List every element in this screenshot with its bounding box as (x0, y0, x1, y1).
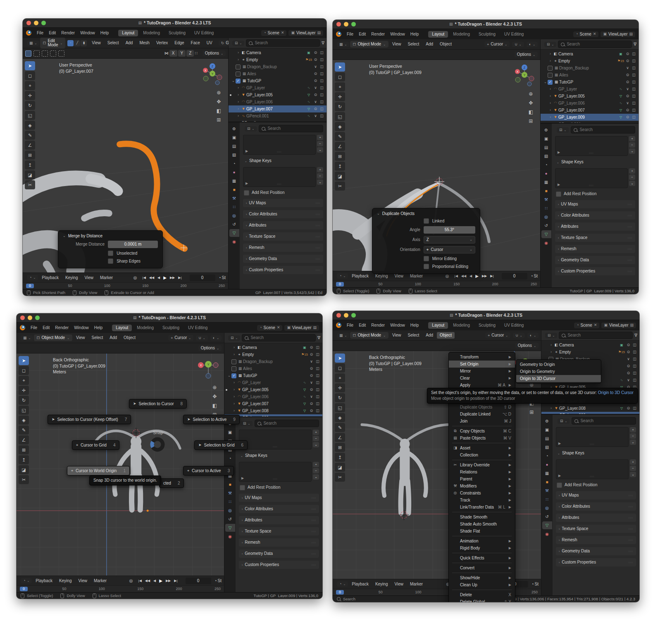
viewlayer-selector[interactable]: ▣ViewLayer▤ (288, 30, 323, 36)
jump-start-button[interactable]: |◀ (137, 578, 143, 583)
tool-button-6[interactable]: ◈ (19, 416, 29, 425)
visibility-closed-icon[interactable]: ∨ (312, 100, 319, 104)
add-rest-checkbox[interactable] (244, 190, 249, 196)
outliner-row[interactable]: ›⌖Empty⚑15⊙◫ (224, 351, 322, 358)
editor-type-button[interactable]: ▦⌄ (21, 335, 33, 341)
step-back-button[interactable]: ◀ (156, 275, 161, 280)
render-visibility-icon[interactable]: ◫ (631, 357, 638, 361)
outliner-search-input[interactable]: Search (558, 41, 632, 48)
render-visibility-icon[interactable]: ◫ (315, 416, 321, 416)
submenu-item[interactable]: Origin to 3D Cursor (516, 375, 601, 382)
menu-button[interactable]: ⌄ (629, 148, 635, 154)
render-visibility-icon[interactable]: ◫ (319, 86, 325, 90)
menu-item[interactable]: Quick Effects▶ (449, 554, 515, 561)
menu-button[interactable]: ⌄ (317, 179, 323, 185)
vertex-groups-list-box[interactable]: ▶∷∷ (243, 135, 316, 155)
properties-tab-object[interactable]: ■ (225, 480, 235, 488)
play-button[interactable]: ▶ (162, 275, 168, 281)
menu-edge[interactable]: Edge (172, 40, 187, 46)
outliner-row[interactable]: ›▼GP_Layer.005▽⊙◫ (541, 93, 639, 100)
shape-keys-header[interactable]: ⌄Shape Keys (556, 449, 636, 457)
select-tool-option-3[interactable] (50, 50, 56, 57)
render-visibility-icon[interactable]: ◫ (315, 402, 321, 406)
tool-button-0[interactable]: ➤ (335, 354, 345, 363)
menu-item[interactable]: Mirror▶ (449, 368, 515, 375)
add-button[interactable]: + (629, 168, 635, 174)
tool-button-9[interactable]: ⊞ (19, 445, 29, 454)
panel-attributes[interactable]: ›Attributes∷∷ (239, 516, 319, 524)
pie-item[interactable]: ➤Selection to Grid6 (194, 440, 248, 450)
render-visibility-icon[interactable]: ◫ (315, 353, 321, 356)
properties-tab-material[interactable]: ◉ (542, 530, 552, 538)
visibility-eye-icon[interactable]: ⊙ (308, 367, 315, 370)
tool-button-10[interactable]: ↥ (25, 160, 35, 170)
outliner-display-mode-button[interactable]: ⊟⌄ (545, 333, 557, 338)
tool-button-12[interactable]: ✂ (25, 180, 35, 189)
submenu-item[interactable]: Origin to Geometry (516, 368, 601, 375)
checkbox[interactable] (424, 256, 429, 261)
options-button[interactable]: Options⌄ (203, 50, 226, 56)
viewport-grid-toggle-icon[interactable]: ⊞ (529, 119, 533, 124)
tool-button-3[interactable]: ✛ (335, 383, 345, 392)
tool-button-1[interactable]: ◻ (19, 366, 29, 375)
panel-uv-maps[interactable]: ›UV Maps∷∷ (556, 491, 636, 499)
visibility-eye-icon[interactable]: ⊙ (624, 115, 631, 119)
properties-tab-collection[interactable]: ▦ (229, 177, 239, 185)
visibility-closed-icon[interactable]: ∨ (312, 65, 319, 69)
traffic-lights[interactable] (336, 313, 356, 318)
visibility-eye-icon[interactable]: ⊙ (308, 416, 315, 416)
menu-item[interactable]: Show/Hide▶ (449, 574, 515, 581)
tool-button-6[interactable]: ◈ (25, 121, 35, 130)
next-key-button[interactable]: ▶▶ (164, 578, 172, 583)
menubar-item-file[interactable]: File (344, 31, 356, 38)
close-button[interactable] (336, 22, 341, 26)
add-button[interactable]: + (629, 136, 635, 141)
mode-selector[interactable]: □Object Mode⌄ (350, 41, 388, 48)
shape-keys-list-box[interactable]: ▶∷∷ (243, 167, 316, 187)
prev-key-button[interactable]: ◀◀ (148, 275, 155, 280)
tool-button-7[interactable]: ✎ (335, 132, 345, 141)
timeline-menu-view[interactable]: View (81, 275, 96, 281)
properties-tab-constraints[interactable]: ↺ (229, 220, 239, 228)
outliner-row[interactable]: ›◠GP_Layer.006∿∨◫ (224, 393, 322, 400)
visibility-eye-icon[interactable]: ⊙ (312, 72, 319, 76)
tool-button-0[interactable]: ➤ (19, 356, 29, 365)
render-visibility-icon[interactable]: ◫ (631, 94, 637, 98)
collection-checkbox[interactable]: ✓ (548, 80, 553, 85)
timeline-editor-button[interactable]: ◔⌄ (337, 273, 348, 279)
outliner-row[interactable]: ›∿GPencil.001∿∨◫ (229, 112, 326, 119)
options-button[interactable]: Options⌄ (198, 345, 222, 351)
viewport-zoom-icon[interactable]: ⊕ (217, 90, 221, 95)
outliner-display-mode-button[interactable]: ⊟⌄ (228, 335, 240, 341)
remove-button[interactable]: − (629, 142, 635, 148)
timeline-menu-playback[interactable]: Playback (349, 273, 372, 280)
tool-button-4[interactable]: ↻ (25, 101, 35, 110)
tool-button-2[interactable]: ⌖ (335, 373, 345, 382)
menu-view[interactable]: View (389, 41, 404, 48)
add-button[interactable]: + (313, 462, 319, 467)
panel-custom-properties[interactable]: ›Custom Properties∷∷ (556, 558, 636, 566)
tool-button-1[interactable]: ◻ (25, 71, 35, 80)
shape-keys-list-box[interactable]: ▶∷∷ (556, 459, 629, 479)
render-visibility-icon[interactable]: ◫ (631, 122, 637, 123)
current-frame-field[interactable]: 0 (186, 578, 211, 584)
panel-attributes[interactable]: ›Attributes∷∷ (243, 221, 323, 229)
menu-item[interactable]: Clear▶ (449, 375, 515, 382)
properties-tab-physics[interactable]: ◎ (225, 507, 235, 514)
tab-sculpting[interactable]: Sculpting (159, 325, 183, 331)
properties-tab-render[interactable]: ▣ (542, 426, 552, 434)
menubar-item-help[interactable]: Help (408, 31, 422, 38)
properties-tab-scene[interactable]: ◔ (225, 454, 235, 462)
properties-editor-button[interactable]: ⊟⌄ (245, 126, 257, 131)
minimize-button[interactable] (34, 21, 38, 25)
outliner-row[interactable]: ›◠GP_Layer.006∿∨◫ (541, 100, 639, 107)
menu-face[interactable]: Face (188, 40, 203, 46)
jump-end-button[interactable]: ▶| (177, 275, 183, 280)
pie-item[interactable]: ➤Selection to Cursor (Keep Offset)7 (48, 415, 131, 424)
select-tool-option-2[interactable] (42, 50, 48, 57)
editor-type-button[interactable]: ▦⌄ (337, 333, 349, 338)
minimize-button[interactable] (344, 22, 348, 26)
outliner-row[interactable]: ›◧Camera▣⊙◫ (541, 342, 639, 349)
render-visibility-icon[interactable]: ◫ (315, 388, 321, 392)
properties-tab-output[interactable]: ▤ (541, 143, 551, 151)
